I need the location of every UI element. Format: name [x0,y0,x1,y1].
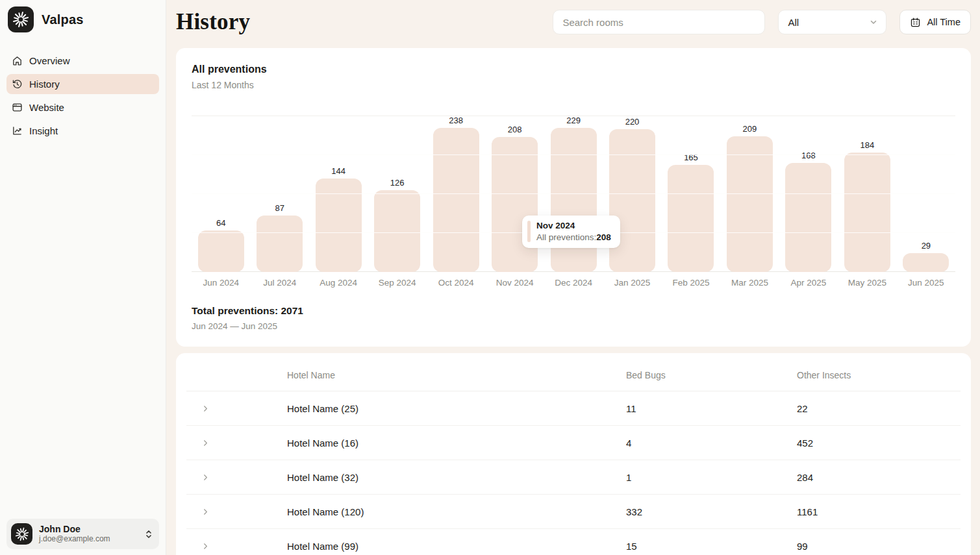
bar[interactable] [374,190,420,272]
insight-chart-icon [12,125,23,136]
chevron-right-icon [201,404,210,413]
bar-group: 64 [192,116,250,272]
bar[interactable] [609,129,655,272]
bar-group: 165 [662,116,720,272]
gridline-overlay [192,193,955,194]
bar-group: 29 [897,116,955,272]
bar-group: 87 [250,116,308,272]
brand: Valpas [0,1,166,38]
bar-group: 209 [720,116,779,272]
table-row[interactable]: Hotel Name (25)1122 [186,391,961,426]
x-axis-tick-label: Jan 2025 [603,278,661,288]
expand-row-button[interactable] [186,438,287,448]
x-axis-tick-label: Apr 2025 [779,278,838,288]
filter-select[interactable]: All [778,10,886,34]
bar-value-label: 64 [216,219,225,227]
hotel-name-cell: Hotel Name (99) [287,541,626,552]
other-insects-cell: 1161 [797,506,961,517]
time-range-button[interactable]: All Time [899,10,971,34]
bar-value-label: 126 [390,179,405,187]
hotel-name-cell: Hotel Name (120) [287,506,626,517]
brand-name: Valpas [42,12,84,27]
bed-bugs-cell: 1 [626,472,797,483]
bar[interactable] [903,253,949,272]
user-menu[interactable]: John Doe j.doe@example.com [6,519,159,549]
bar-value-label: 208 [508,125,522,134]
hotel-name-cell: Hotel Name (16) [287,438,626,449]
x-axis-tick-label: Feb 2025 [662,278,720,288]
x-axis-tick-label: Aug 2024 [309,278,368,288]
bar-group: 168 [779,116,838,272]
column-header-other-insects: Other Insects [797,370,961,380]
chevron-right-icon [201,507,210,517]
expand-row-button[interactable] [186,541,287,551]
tooltip-title: Nov 2024 [536,221,611,230]
x-axis-tick-label: Mar 2025 [720,278,779,288]
table-row[interactable]: Hotel Name (99)1599 [186,529,961,555]
hotel-name-cell: Hotel Name (25) [287,403,626,414]
sidebar: Valpas OverviewHistoryWebsiteInsight Joh… [0,0,166,555]
chevron-up-down-icon [145,529,153,539]
chart-title: All preventions [192,64,955,75]
chevron-right-icon [201,473,210,482]
bar-value-label: 184 [861,141,875,149]
bar[interactable] [433,128,479,272]
expand-row-button[interactable] [186,473,287,482]
x-axis-tick-label: Dec 2024 [544,278,603,288]
table-row[interactable]: Hotel Name (32)1284 [186,460,961,495]
bar-group: 126 [368,116,426,272]
bar-value-label: 229 [566,116,581,125]
x-axis-tick-label: Sep 2024 [368,278,426,288]
sidebar-item-history[interactable]: History [6,74,159,94]
chevron-right-icon [201,541,210,551]
sidebar-item-website[interactable]: Website [6,97,159,117]
bar[interactable] [668,165,714,272]
chart-tooltip: Nov 2024 All preventions:208 [522,216,620,248]
tooltip-value: 208 [596,232,611,242]
sidebar-item-label: History [29,79,60,90]
user-email: j.doe@example.com [39,535,138,544]
bed-bugs-cell: 15 [626,541,797,552]
bed-bugs-cell: 11 [626,403,797,414]
bar-value-label: 238 [449,116,463,125]
bar-chart: 648714412623820822922016520916818429 Nov… [192,116,955,272]
table-row[interactable]: Hotel Name (120)3321161 [186,495,961,529]
search-input[interactable] [553,10,765,34]
avatar [11,523,32,545]
other-insects-cell: 99 [797,541,961,552]
bar[interactable] [785,163,831,272]
x-axis-tick-label: Oct 2024 [427,278,485,288]
x-axis-tick-label: Jul 2024 [250,278,308,288]
column-header-hotel-name: Hotel Name [287,370,626,380]
tooltip-value-line: All preventions:208 [536,232,611,242]
other-insects-cell: 452 [797,438,961,449]
table-row[interactable]: Hotel Name (16)4452 [186,426,961,460]
time-range-label: All Time [927,17,961,27]
bar[interactable] [727,136,773,272]
hotel-name-cell: Hotel Name (32) [287,472,626,483]
user-name: John Doe [39,524,138,534]
sidebar-item-overview[interactable]: Overview [6,51,159,71]
main-content: History All [166,0,980,555]
bar[interactable] [492,137,538,272]
hotels-table-card: Hotel Name Bed Bugs Other Insects Hotel … [176,353,971,555]
sidebar-item-label: Insight [29,125,58,136]
expand-row-button[interactable] [186,404,287,413]
browser-icon [12,102,23,113]
bar[interactable] [198,230,244,272]
bar[interactable] [551,128,597,272]
bar-group: 229 [544,116,603,272]
chevron-down-icon [869,18,878,27]
other-insects-cell: 22 [797,403,961,414]
sidebar-item-label: Website [29,102,64,113]
total-preventions-label: Total preventions: 2071 [192,305,955,317]
page-title: History [176,9,250,35]
sidebar-item-insight[interactable]: Insight [6,121,159,141]
tooltip-series-indicator [527,221,531,242]
history-icon [12,79,23,90]
bar[interactable] [844,153,890,272]
bar[interactable] [316,179,362,272]
bar[interactable] [257,216,303,272]
expand-row-button[interactable] [186,507,287,517]
bar-group: 238 [427,116,485,272]
